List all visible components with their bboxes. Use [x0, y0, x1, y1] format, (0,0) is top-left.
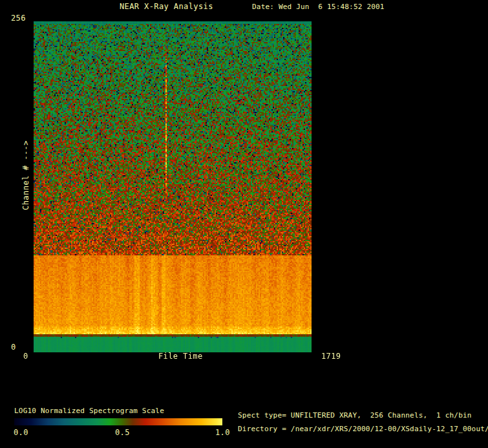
y-axis-title: Channel # --->: [21, 123, 30, 227]
date-label: Date: Wed Jun 6 15:48:52 2001: [252, 3, 385, 11]
directory-info: Directory = /near/xdr/XRS/2000/12-00/XSd…: [238, 425, 488, 433]
x-axis-title: File Time: [158, 352, 203, 361]
page-title: NEAR X-Ray Analysis: [120, 3, 213, 11]
x-axis-min-label: 0: [23, 352, 28, 361]
colorbar-gradient: [14, 418, 222, 425]
colorbar-tick-05: 0.5: [115, 429, 130, 437]
colorbar-tick-0: 0.0: [14, 429, 28, 437]
y-axis-min-label: 0: [11, 343, 16, 352]
spectrogram-heatmap: [34, 21, 312, 352]
xray-analysis-window: NEAR X-Ray Analysis Date: Wed Jun 6 15:4…: [0, 0, 488, 448]
colorbar-title: LOG10 Normalized Spectrogram Scale: [14, 407, 164, 415]
y-axis-max-label: 256: [11, 14, 26, 23]
colorbar-tick-1: 1.0: [215, 429, 230, 437]
spect-type-info: Spect type= UNFILTERED XRAY, 256 Channel…: [238, 412, 472, 420]
x-axis-max-label: 1719: [321, 352, 341, 361]
